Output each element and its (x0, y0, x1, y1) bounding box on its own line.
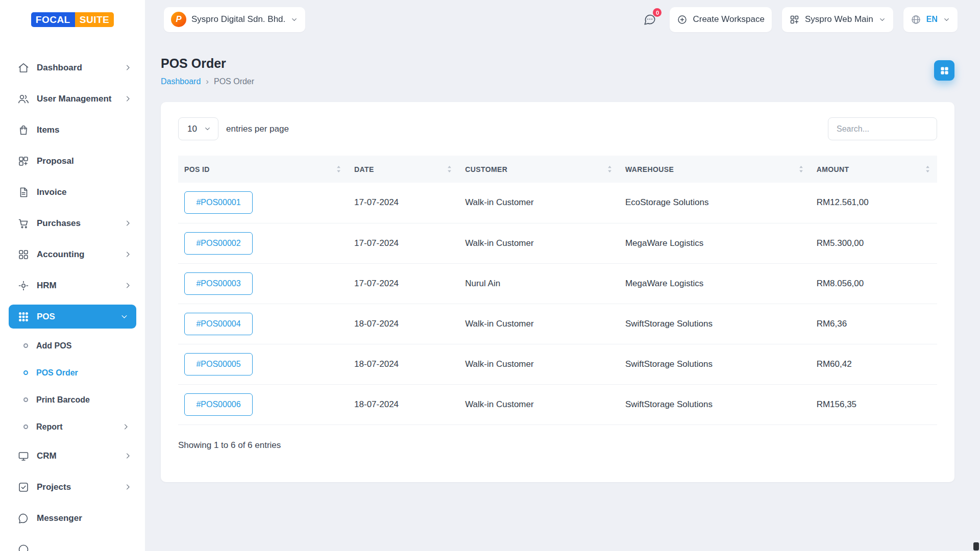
cell-customer: Walk-in Customer (459, 304, 619, 344)
dot-icon (23, 370, 28, 375)
sidebar-item-accounting[interactable]: Accounting (0, 239, 145, 270)
search-input[interactable] (828, 117, 937, 140)
sidebar: FOCAL SUITE Dashboard User Management It… (0, 0, 145, 551)
cell-amount: RM156,35 (811, 384, 937, 424)
sidebar-item-proposal[interactable]: Proposal (0, 145, 145, 177)
cell-date: 18-07-2024 (348, 304, 459, 344)
pos-order-card: 10 entries per page POS ID DATE CUSTOMER… (161, 102, 954, 482)
column-header-pos-id[interactable]: POS ID (178, 156, 348, 183)
cell-warehouse: SwiftStorage Solutions (619, 304, 811, 344)
focus-circle-icon (17, 280, 30, 292)
users-icon (17, 93, 30, 105)
topbar: P Syspro Digital Sdn. Bhd. 0 Create Work… (145, 0, 980, 39)
squares-plus-icon (17, 155, 30, 167)
table-row: #POS00003 17-07-2024 Nurul Ain MegaWare … (178, 263, 937, 304)
cell-customer: Walk-in Customer (459, 183, 619, 223)
messages-button[interactable]: 0 (640, 10, 659, 29)
table-header-row: POS ID DATE CUSTOMER WAREHOUSE AMOUNT (178, 156, 937, 183)
workspace-grid-icon (789, 14, 800, 25)
company-name: Syspro Digital Sdn. Bhd. (191, 14, 285, 24)
sidebar-item-crm[interactable]: CRM (0, 440, 145, 471)
language-selector[interactable]: EN (903, 7, 958, 32)
grid-view-button[interactable] (934, 60, 954, 81)
chevron-right-icon (122, 423, 130, 431)
sidebar-item-label: Dashboard (37, 63, 82, 73)
sort-icon (335, 164, 342, 174)
grid-icon (17, 248, 30, 261)
sidebar-item-label: HRM (37, 281, 57, 291)
company-logo-icon: P (171, 12, 186, 27)
submenu-item-add-pos[interactable]: Add POS (0, 332, 145, 359)
table-row: #POS00005 18-07-2024 Walk-in Customer Sw… (178, 344, 937, 384)
column-header-amount[interactable]: AMOUNT (811, 156, 937, 183)
apps-grid-icon (940, 66, 949, 76)
dots-grid-icon (17, 311, 30, 323)
sidebar-item-partial[interactable] (0, 534, 145, 551)
column-header-customer[interactable]: CUSTOMER (459, 156, 619, 183)
page-size-select[interactable]: 10 (178, 117, 218, 140)
submenu-item-label: Add POS (36, 341, 71, 350)
sidebar-item-projects[interactable]: Projects (0, 471, 145, 503)
sort-icon (446, 164, 453, 174)
app-logo[interactable]: FOCAL SUITE (31, 12, 114, 27)
sidebar-item-dashboard[interactable]: Dashboard (0, 52, 145, 83)
cell-warehouse: EcoStorage Solutions (619, 183, 811, 223)
column-header-warehouse[interactable]: WAREHOUSE (619, 156, 811, 183)
create-workspace-button[interactable]: Create Workspace (670, 7, 771, 32)
submenu-item-report[interactable]: Report (0, 413, 145, 440)
cell-date: 18-07-2024 (348, 344, 459, 384)
pos-id-button[interactable]: #POS00003 (184, 272, 253, 295)
submenu-item-print-barcode[interactable]: Print Barcode (0, 386, 145, 413)
chevron-down-icon (204, 125, 211, 133)
company-selector[interactable]: P Syspro Digital Sdn. Bhd. (164, 7, 305, 32)
chevron-down-icon (878, 16, 886, 23)
breadcrumb-dashboard-link[interactable]: Dashboard (161, 77, 201, 86)
cell-amount: RM5.300,00 (811, 223, 937, 263)
pos-id-button[interactable]: #POS00005 (184, 353, 253, 375)
sidebar-item-invoice[interactable]: Invoice (0, 177, 145, 208)
cell-warehouse: MegaWare Logistics (619, 263, 811, 304)
sidebar-item-user-management[interactable]: User Management (0, 83, 145, 114)
pos-id-button[interactable]: #POS00004 (184, 313, 253, 335)
sidebar-item-pos[interactable]: POS (9, 305, 136, 329)
sidebar-item-items[interactable]: Items (0, 114, 145, 145)
document-icon (17, 186, 30, 198)
dot-icon (23, 397, 28, 402)
submenu-item-pos-order[interactable]: POS Order (0, 359, 145, 386)
home-icon (17, 62, 30, 74)
pos-order-table: POS ID DATE CUSTOMER WAREHOUSE AMOUNT #P… (178, 156, 937, 425)
sidebar-item-label: Items (37, 125, 59, 135)
workspace-selector[interactable]: Syspro Web Main (782, 7, 893, 32)
pos-id-button[interactable]: #POS00001 (184, 191, 253, 214)
sort-icon (798, 164, 804, 174)
table-row: #POS00002 17-07-2024 Walk-in Customer Me… (178, 223, 937, 263)
chevron-right-icon (124, 282, 132, 289)
table-summary: Showing 1 to 6 of 6 entries (178, 425, 937, 450)
column-header-date[interactable]: DATE (348, 156, 459, 183)
sidebar-item-label: CRM (37, 451, 57, 461)
cell-warehouse: SwiftStorage Solutions (619, 344, 811, 384)
table-row: #POS00001 17-07-2024 Walk-in Customer Ec… (178, 183, 937, 223)
chevron-right-icon (124, 251, 132, 258)
chevron-right-icon (124, 95, 132, 103)
scrollbar-thumb[interactable] (973, 542, 979, 550)
sidebar-item-purchases[interactable]: Purchases (0, 208, 145, 239)
sidebar-item-label: Invoice (37, 187, 67, 197)
page-size-value: 10 (187, 124, 197, 134)
language-code: EN (926, 15, 938, 24)
sidebar-item-hrm[interactable]: HRM (0, 270, 145, 301)
chevron-right-icon (124, 64, 132, 71)
pos-submenu: Add POS POS Order Print Barcode Report (0, 332, 145, 440)
logo-text-suite: SUITE (75, 12, 114, 27)
sidebar-item-label: Messenger (37, 513, 82, 523)
circle-icon (17, 543, 30, 551)
sidebar-item-label: Accounting (37, 249, 85, 260)
chevron-right-icon (124, 219, 132, 227)
logo-text-focal: FOCAL (31, 12, 75, 27)
pos-id-button[interactable]: #POS00002 (184, 232, 253, 255)
shopping-bag-icon (17, 124, 30, 136)
chevron-right-icon (124, 452, 132, 460)
pos-id-button[interactable]: #POS00006 (184, 393, 253, 416)
main-content: POS Order Dashboard › POS Order 10 entri… (145, 0, 980, 482)
sidebar-item-messenger[interactable]: Messenger (0, 503, 145, 534)
